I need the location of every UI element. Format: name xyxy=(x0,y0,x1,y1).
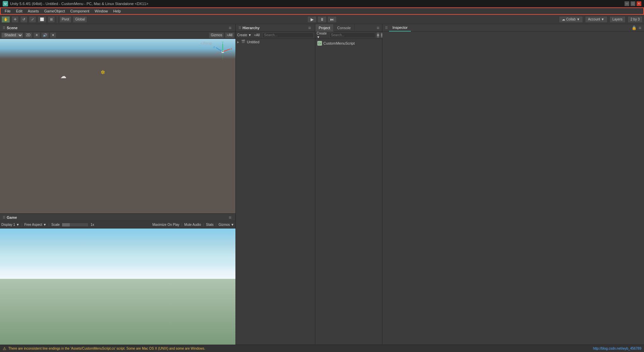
stats-button[interactable]: Stats xyxy=(206,223,214,227)
hierarchy-item-untitled[interactable]: ▶ 🎬 Untitled xyxy=(236,39,315,45)
transform-tool-button[interactable]: ⊞ xyxy=(48,16,55,23)
hierarchy-arrow: ▶ xyxy=(237,41,241,44)
game-toolbar: Display 1 ▼ | Free Aspect ▼ | Scale 1x M… xyxy=(0,221,235,229)
menu-component[interactable]: Component xyxy=(67,8,92,14)
layers-button[interactable]: Layers xyxy=(609,16,626,23)
toolbar-right: ☁ Collab ▼ Account ▼ Layers 2 by 3 xyxy=(559,16,643,23)
project-tabs: Project Console ≡ xyxy=(315,24,382,32)
scale-value: 1x xyxy=(91,223,94,227)
maximize-toggle[interactable]: Maximize On Play xyxy=(152,223,179,227)
project-panel: Project Console ≡ Create ▼ ⚙ ☰ C# Custom… xyxy=(315,24,382,345)
game-panel-title: Game xyxy=(7,215,17,219)
main-content: ☰ Scene ≡ Shaded 2D ☀ 🔊 ✦ Gizmos ≈All xyxy=(0,24,644,345)
minimize-button[interactable]: ─ xyxy=(625,1,629,6)
scene-panel-menu[interactable]: ≡ xyxy=(227,25,233,31)
2d-button[interactable]: 2D xyxy=(24,33,32,38)
close-button[interactable]: ✕ xyxy=(637,1,641,6)
inspector-menu[interactable]: ≡ xyxy=(639,25,641,31)
game-viewport[interactable] xyxy=(0,229,235,345)
global-button[interactable]: Global xyxy=(73,16,87,23)
svg-line-5 xyxy=(216,48,223,52)
project-item-label: CustomMenuScript xyxy=(323,41,355,45)
scene-toolbar: Shaded 2D ☀ 🔊 ✦ Gizmos ≈All xyxy=(0,32,235,39)
pause-button[interactable]: ⏸ xyxy=(317,16,327,23)
scale-slider[interactable] xyxy=(62,223,89,227)
project-create-button[interactable]: Create ▼ xyxy=(317,32,327,39)
project-filter-button[interactable]: ⚙ xyxy=(377,33,379,38)
svg-text:Z: Z xyxy=(213,46,215,49)
rotate-tool-button[interactable]: ↺ xyxy=(20,16,28,23)
scene-fx-button[interactable]: ✦ xyxy=(50,33,56,38)
cs-file-icon: C# xyxy=(317,41,322,46)
game-panel-menu[interactable]: ≡ xyxy=(227,215,233,220)
status-bar: ⚠ There are inconsistent line endings in… xyxy=(0,345,644,352)
aspect-dropdown[interactable]: Free Aspect ▼ xyxy=(24,223,46,227)
layout-button[interactable]: 2 by 3 xyxy=(628,16,643,23)
menu-window[interactable]: Window xyxy=(92,8,110,14)
left-panel: ☰ Scene ≡ Shaded 2D ☀ 🔊 ✦ Gizmos ≈All xyxy=(0,24,236,345)
move-tool-button[interactable]: ✛ xyxy=(11,16,19,23)
title-bar-left: U Unity 5.6.4f1 (64bit) - Untitled - Cus… xyxy=(3,1,148,6)
warning-icon: ⚠ xyxy=(3,346,6,351)
all-button[interactable]: ≈All xyxy=(225,33,234,38)
project-menu[interactable]: ≡ xyxy=(375,25,381,31)
scene-viewport[interactable]: ☁ ✲ < Persp X Y xyxy=(0,39,235,213)
project-search-input[interactable] xyxy=(329,33,375,38)
gizmos-button[interactable]: Gizmos xyxy=(209,33,224,38)
console-tab[interactable]: Console xyxy=(334,24,354,32)
window-title: Unity 5.6.4f1 (64bit) - Untitled - Custo… xyxy=(10,2,148,6)
inspector-tabs: ☰ Inspector 🔒 ≡ xyxy=(382,24,644,32)
svg-line-7 xyxy=(215,52,223,54)
svg-text:Y: Y xyxy=(222,42,224,44)
menu-help[interactable]: Help xyxy=(110,8,123,14)
inspector-lock-icon[interactable]: 🔒 xyxy=(632,26,637,30)
collab-button[interactable]: ☁ Collab ▼ xyxy=(559,16,583,23)
game-ground xyxy=(0,279,235,345)
scene-audio-button[interactable]: 🔊 xyxy=(41,33,49,38)
scale-label: Scale xyxy=(51,223,60,227)
scene-panel-header: ☰ Scene ≡ xyxy=(0,24,235,32)
game-panel-header: ☰ Game ≡ xyxy=(0,214,235,221)
hierarchy-panel: ☰ Hierarchy ≡ Create ▼ ≈All ▶ 🎬 Untitled xyxy=(236,24,315,345)
step-button[interactable]: ⏭ xyxy=(327,16,337,23)
menu-edit[interactable]: Edit xyxy=(13,8,25,14)
hierarchy-all-label[interactable]: ≈All xyxy=(254,33,260,37)
menu-bar: File Edit Assets GameObject Component Wi… xyxy=(0,7,644,15)
menu-gameobject[interactable]: GameObject xyxy=(42,8,68,14)
scene-panel-title: Scene xyxy=(7,26,17,30)
create-button[interactable]: Create ▼ xyxy=(237,33,252,37)
status-bar-url[interactable]: http://blog.csdn.net/wyb_456789 xyxy=(593,347,641,350)
toolbar: ✋ ✛ ↺ ⤢ ⬜ ⊞ Pivot Global ▶ ⏸ ⏭ ☁ Collab … xyxy=(0,15,644,24)
menu-assets[interactable]: Assets xyxy=(25,8,42,14)
play-button[interactable]: ▶ xyxy=(307,16,317,23)
hierarchy-toolbar: Create ▼ ≈All xyxy=(236,32,315,39)
hierarchy-search-input[interactable] xyxy=(262,33,314,38)
account-button[interactable]: Account ▼ xyxy=(585,16,607,23)
display-dropdown[interactable]: Display 1 ▼ xyxy=(1,223,19,227)
rect-tool-button[interactable]: ⬜ xyxy=(38,16,46,23)
hand-tool-button[interactable]: ✋ xyxy=(1,16,10,23)
pivot-button[interactable]: Pivot xyxy=(59,16,71,23)
mute-toggle[interactable]: Mute Audio xyxy=(184,223,201,227)
maximize-button[interactable]: □ xyxy=(631,1,635,6)
gizmo-svg: X Y Z xyxy=(213,42,233,62)
project-item-custommenucsript[interactable]: C# CustomMenuScript xyxy=(317,40,381,46)
game-panel: ☰ Game ≡ Display 1 ▼ | Free Aspect ▼ | S… xyxy=(0,214,235,345)
scene-ground xyxy=(0,100,235,213)
svg-line-1 xyxy=(223,49,230,52)
menu-file[interactable]: File xyxy=(2,8,13,14)
scale-tool-button[interactable]: ⤢ xyxy=(29,16,36,23)
scene-persp-label: < Persp xyxy=(200,42,212,45)
scene-lights-button[interactable]: ☀ xyxy=(34,33,40,38)
shaded-dropdown[interactable]: Shaded xyxy=(1,33,23,38)
hierarchy-menu[interactable]: ≡ xyxy=(307,25,312,31)
project-toolbar: Create ▼ ⚙ ☰ xyxy=(315,32,382,39)
inspector-tab[interactable]: Inspector xyxy=(389,24,411,32)
svg-text:X: X xyxy=(230,47,232,50)
hierarchy-header: ☰ Hierarchy ≡ xyxy=(236,24,315,32)
window-controls[interactable]: ─ □ ✕ xyxy=(625,1,641,6)
hierarchy-item-label: Untitled xyxy=(247,40,259,44)
project-tab[interactable]: Project xyxy=(315,24,334,32)
game-gizmos-button[interactable]: Gizmos ▼ xyxy=(218,223,234,227)
title-bar: U Unity 5.6.4f1 (64bit) - Untitled - Cus… xyxy=(0,0,644,7)
